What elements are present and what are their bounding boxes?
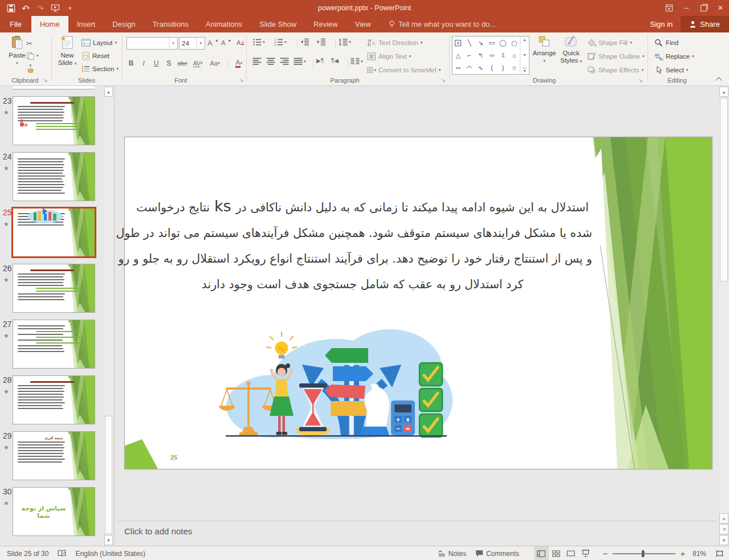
zoom-out-button[interactable]: − (601, 549, 609, 558)
slide-thumbnail[interactable]: سپاس از توجه شما (13, 487, 95, 536)
shape-icon[interactable]: ◠ (464, 62, 475, 74)
convert-to-smartart-button[interactable]: Convert to SmartArt▾ (367, 64, 441, 76)
slide-thumbnail[interactable] (13, 152, 95, 201)
save-button[interactable] (5, 1, 17, 15)
align-left-button[interactable] (252, 58, 262, 66)
slide-number-indicator[interactable]: Slide 25 of 30 (0, 546, 53, 560)
undo-button[interactable]: ↶▾ (19, 1, 32, 15)
redo-button[interactable]: ↷ (34, 1, 47, 15)
shape-icon[interactable]: ∾ (453, 62, 464, 74)
language-indicator[interactable]: English (United States) (71, 546, 150, 560)
tab-insert[interactable]: Insert (68, 16, 104, 32)
grow-font-button[interactable]: A▲ (207, 36, 219, 49)
restore-button[interactable] (695, 0, 712, 16)
notes-splitter[interactable] (118, 521, 715, 521)
bold-button[interactable]: B (127, 57, 136, 70)
select-button[interactable]: Select▾ (654, 64, 688, 76)
bullets-button[interactable]: ▾ (252, 38, 265, 46)
slideshow-view-button[interactable] (579, 546, 593, 560)
slide-canvas[interactable]: استدلال به این شیوه ادامه پیدا میکند تا … (124, 137, 712, 469)
clear-formatting-button[interactable]: A (236, 36, 245, 49)
columns-button[interactable]: ▾ (351, 58, 363, 66)
shape-outline-button[interactable]: Shape Outline▾ (587, 50, 644, 63)
section-button[interactable]: Section▾ (82, 63, 119, 75)
shape-icon[interactable]: △ (453, 49, 464, 62)
line-spacing-button[interactable]: ▾ (339, 38, 351, 46)
shape-icon[interactable]: ☆ (508, 62, 520, 74)
paragraph-dialog-launcher[interactable]: ↘ (441, 78, 446, 83)
justify-button[interactable]: ▾ (294, 58, 306, 66)
share-button[interactable]: Share (681, 16, 729, 32)
copy-button[interactable]: ▾ (26, 50, 39, 62)
zoom-slider[interactable] (613, 553, 675, 554)
shape-icon[interactable]: ⇩ (498, 49, 509, 62)
slide-thumbnail[interactable] (11, 207, 96, 258)
quick-styles-button[interactable]: QuickStyles ▾ (559, 35, 584, 76)
strikethrough-button[interactable]: abc (176, 57, 189, 70)
slide-thumbnail[interactable]: نتیجه گیری (13, 431, 95, 480)
shape-icon[interactable]: } (498, 62, 509, 74)
align-text-button[interactable]: Align Text▾ (367, 50, 411, 63)
reading-view-button[interactable] (564, 546, 579, 560)
shape-icon[interactable]: ⌐ (464, 49, 475, 62)
numbering-button[interactable]: 123 ▾ (274, 38, 287, 46)
tell-me-box[interactable]: Tell me what you want to do... (389, 16, 496, 32)
thumbnail-scroll-up-button[interactable]: ▲ (104, 87, 113, 97)
start-from-beginning-button[interactable] (49, 1, 62, 15)
tab-transitions[interactable]: Transitions (144, 16, 197, 32)
font-name-combo[interactable]: ▾ (127, 37, 178, 50)
font-size-combo[interactable]: 24▾ (179, 37, 205, 50)
text-direction-button[interactable]: A Text Direction▾ (367, 36, 422, 49)
slide-thumbnail[interactable] (13, 264, 95, 313)
tab-animations[interactable]: Animations (197, 16, 251, 32)
notes-toggle-button[interactable]: Notes (433, 546, 471, 560)
zoom-in-button[interactable]: + (679, 549, 687, 558)
slide-scrollbar-thumb[interactable] (720, 98, 728, 281)
slide-scroll-up-button[interactable]: ▲ (719, 87, 728, 97)
next-slide-button[interactable]: « (719, 524, 728, 534)
tab-view[interactable]: View (347, 16, 380, 32)
align-right-button[interactable] (280, 58, 289, 66)
font-color-button[interactable]: A▾ (231, 57, 246, 70)
slide-thumbnail[interactable] (13, 320, 95, 369)
comments-toggle-button[interactable]: Comments (471, 546, 524, 560)
close-button[interactable]: ✕ (712, 0, 729, 16)
shape-icon[interactable]: ↰ (475, 49, 486, 62)
slide-thumbnail[interactable] (13, 375, 95, 424)
replace-button[interactable]: abac Replace▾ (654, 50, 694, 63)
shape-icon[interactable]: ▢ (508, 36, 520, 49)
notes-placeholder[interactable]: Click to add notes (124, 526, 192, 536)
sign-in-link[interactable]: Sign in (642, 16, 681, 32)
decrease-indent-button[interactable] (300, 38, 309, 46)
slide-scroll-down-button[interactable]: ▼ (719, 535, 728, 545)
font-dialog-launcher[interactable]: ↘ (239, 78, 244, 83)
ribbon-display-options-button[interactable] (661, 0, 678, 16)
fit-slide-to-window-button[interactable] (712, 546, 727, 560)
shape-icon[interactable]: ╲ (464, 36, 475, 49)
shape-icon[interactable]: ⌂ (508, 49, 520, 62)
zoom-percentage[interactable]: 81% (687, 546, 712, 560)
shape-icon[interactable]: ◯ (498, 36, 509, 49)
shape-icon[interactable]: { (486, 62, 498, 74)
tab-design[interactable]: Design (104, 16, 144, 32)
slide-text-placeholder[interactable]: استدلال به این شیوه ادامه پیدا میکند تا … (133, 193, 592, 297)
tab-review[interactable]: Review (305, 16, 347, 32)
previous-slide-button[interactable]: « (719, 513, 728, 524)
format-painter-button[interactable] (26, 62, 35, 75)
customize-qat-button[interactable]: ⸬▾ (64, 1, 76, 15)
slide-scrollbar[interactable]: ▲ « « ▼ (719, 87, 728, 546)
slide-thumbnail-partial[interactable] (13, 86, 94, 89)
ltr-direction-button[interactable]: ▶¶ (316, 58, 324, 64)
rtl-direction-button[interactable]: ¶◀ (331, 58, 339, 64)
find-button[interactable]: Find (654, 36, 678, 49)
normal-view-button[interactable] (534, 546, 549, 560)
layout-button[interactable]: Layout▾ (82, 36, 117, 49)
spell-check-indicator[interactable] (53, 546, 71, 560)
shrink-font-button[interactable]: A▼ (221, 36, 231, 49)
zoom-slider-thumb[interactable] (642, 550, 644, 557)
increase-indent-button[interactable] (317, 38, 326, 46)
minimize-button[interactable]: ─ (678, 0, 695, 16)
tab-file[interactable]: File (0, 16, 31, 32)
shape-icon[interactable]: ⇨ (486, 49, 498, 62)
thumbnail-scrollbar[interactable]: ▲ ▼ (104, 87, 113, 546)
